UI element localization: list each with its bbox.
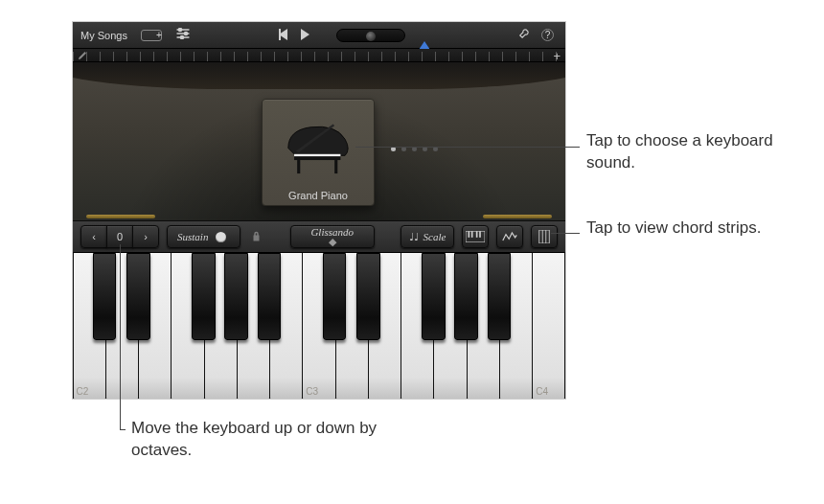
sustain-lock-icon: [248, 231, 263, 242]
octave-label: C2: [77, 386, 89, 397]
transport-controls: [279, 29, 430, 42]
settings-button[interactable]: [518, 27, 532, 43]
svg-rect-13: [476, 231, 478, 238]
play-button[interactable]: [301, 29, 309, 42]
sustain-toggle[interactable]: Sustain: [167, 225, 240, 248]
piano-key-black[interactable]: [258, 253, 282, 340]
go-to-start-button[interactable]: [279, 29, 287, 42]
diamond-icon: ◆: [329, 237, 336, 246]
keyboard-layout-button[interactable]: [462, 225, 489, 248]
scale-button[interactable]: ♩♩ Scale: [401, 225, 454, 248]
timeline-ruler[interactable]: +: [73, 49, 565, 62]
sustain-label: Sustain: [177, 231, 208, 242]
octave-label: C4: [536, 386, 548, 397]
svg-rect-7: [294, 154, 340, 156]
piano-key-black[interactable]: [126, 253, 150, 340]
svg-point-3: [178, 28, 181, 31]
chevron-left-icon: ‹: [92, 231, 96, 242]
arpeggio-icon: [502, 230, 517, 243]
top-toolbar: My Songs + ?: [73, 22, 565, 49]
chevron-right-icon: ›: [144, 231, 148, 242]
chord-strips-button[interactable]: [531, 225, 558, 248]
keyboard-control-strip: ‹ 0 › Sustain Glissando ◆ ♩♩ Scale: [73, 220, 565, 253]
metronome-icon: [419, 30, 430, 50]
keyboard-icon: [466, 231, 485, 242]
wrench-icon: [518, 26, 532, 42]
piano-key-black[interactable]: [192, 253, 216, 340]
metronome-button[interactable]: [419, 30, 430, 41]
callout-leader-line: [120, 429, 126, 430]
grand-piano-icon: [266, 105, 370, 188]
svg-point-5: [180, 35, 183, 38]
svg-rect-8: [297, 160, 300, 173]
master-volume-slider[interactable]: [336, 29, 405, 42]
my-songs-label: My Songs: [80, 30, 127, 41]
svg-rect-9: [334, 160, 337, 173]
chord-strips-icon: [537, 230, 552, 243]
piano-key-black[interactable]: [323, 253, 347, 340]
piano-keyboard[interactable]: C2 C3 C4: [73, 253, 565, 400]
my-songs-button[interactable]: My Songs: [80, 30, 127, 41]
hinge-decor: [483, 215, 552, 218]
callout-sound: Tap to choose a keyboard sound.: [586, 130, 797, 174]
track-controls-button[interactable]: [175, 28, 191, 42]
play-icon: [301, 29, 309, 40]
callout-leader-line: [551, 233, 580, 234]
piano-key-black[interactable]: [422, 253, 446, 340]
instrument-browser-button[interactable]: +: [141, 30, 162, 41]
octave-down-button[interactable]: ‹: [80, 225, 107, 248]
piano-key-black[interactable]: [93, 253, 117, 340]
browser-icon: +: [141, 30, 162, 41]
octave-up-button[interactable]: ›: [132, 225, 159, 248]
add-section-button[interactable]: +: [553, 49, 561, 63]
callout-octaves: Move the keyboard up or down by octaves.: [131, 418, 380, 462]
svg-rect-12: [471, 231, 473, 238]
arpeggiator-button[interactable]: [496, 225, 523, 248]
garageband-keyboard-screen: My Songs + ? +: [72, 21, 566, 400]
instrument-rest-area: Grand Piano: [73, 62, 565, 220]
octave-label: C3: [306, 386, 318, 397]
callout-chord-strips: Tap to view chord strips.: [586, 218, 797, 240]
callout-leader-line: [120, 244, 121, 429]
instrument-picker[interactable]: Grand Piano: [262, 99, 375, 206]
piano-key-black[interactable]: [488, 253, 512, 340]
callout-leader-line: [355, 147, 580, 148]
sliders-icon: [175, 28, 191, 42]
svg-rect-14: [479, 231, 481, 238]
octave-value-label: 0: [117, 231, 123, 242]
help-icon: ?: [545, 30, 551, 40]
svg-rect-15: [539, 230, 550, 243]
piano-key-white[interactable]: C4: [532, 253, 565, 400]
playhead-icon: [77, 50, 88, 61]
svg-rect-11: [469, 231, 470, 238]
instrument-name-label: Grand Piano: [288, 188, 348, 201]
note-icon: ♩♩: [409, 231, 419, 243]
piano-key-black[interactable]: [224, 253, 248, 340]
hinge-decor: [86, 215, 155, 218]
glissando-button[interactable]: Glissando ◆: [290, 225, 375, 248]
rewind-icon: [279, 29, 287, 40]
sustain-led: [216, 232, 226, 242]
svg-point-4: [184, 32, 187, 34]
piano-key-black[interactable]: [356, 253, 380, 340]
help-button[interactable]: ?: [541, 29, 554, 41]
scale-label: Scale: [423, 231, 446, 242]
piano-key-black[interactable]: [454, 253, 478, 340]
